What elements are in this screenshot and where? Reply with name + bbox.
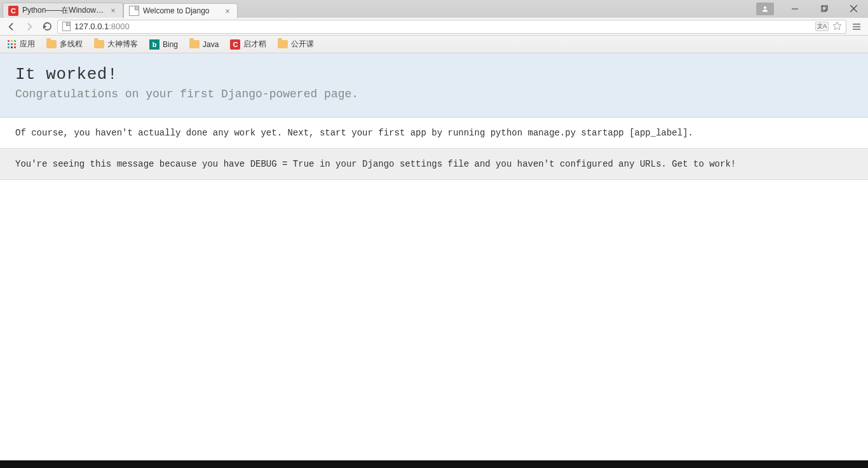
- folder-icon: [278, 40, 288, 48]
- page-info-icon[interactable]: [62, 22, 71, 31]
- bookmark-label: Java: [203, 40, 219, 49]
- taskbar: [0, 460, 868, 468]
- chrome-menu-button[interactable]: [849, 19, 864, 34]
- close-icon[interactable]: ×: [223, 6, 232, 15]
- browser-toolbar: 127.0.0.1:8000 文A: [0, 18, 868, 36]
- tab-title: Python——在Windows下: [22, 5, 105, 16]
- back-button[interactable]: [4, 19, 19, 34]
- c-logo-icon: C: [230, 39, 240, 50]
- folder-icon: [46, 40, 57, 48]
- svg-rect-3: [822, 5, 827, 10]
- svg-marker-6: [833, 22, 841, 30]
- user-account-icon[interactable]: [756, 3, 774, 15]
- forward-button[interactable]: [22, 19, 37, 34]
- url-text: 127.0.0.1:8000: [74, 22, 811, 31]
- bookmark-label: 启才稻: [243, 39, 266, 50]
- bookmark-item-4[interactable]: C 启才稻: [227, 38, 269, 51]
- browser-tab-0[interactable]: C Python——在Windows下 ×: [3, 3, 123, 18]
- browser-tab-1[interactable]: Welcome to Django ×: [123, 3, 238, 18]
- bookmark-item-1[interactable]: 大神博客: [92, 38, 140, 51]
- tab-favicon-c-icon: C: [8, 6, 18, 16]
- bookmark-item-3[interactable]: Java: [187, 39, 221, 50]
- apps-label: 应用: [20, 39, 35, 50]
- apps-grid-icon: [8, 40, 17, 49]
- bookmark-label: 公开课: [291, 39, 314, 50]
- url-host: 127.0.0.1: [74, 22, 109, 31]
- translate-icon[interactable]: 文A: [815, 22, 829, 31]
- address-bar[interactable]: 127.0.0.1:8000 文A: [57, 20, 846, 34]
- apps-shortcut[interactable]: 应用: [5, 38, 37, 51]
- page-subheading: Congratulations on your first Django-pow…: [15, 88, 853, 100]
- bookmark-item-5[interactable]: 公开课: [275, 38, 316, 51]
- folder-icon: [94, 40, 104, 48]
- summary-section: It worked! Congratulations on your first…: [0, 53, 868, 118]
- bookmark-label: Bing: [163, 40, 178, 49]
- browser-tab-strip: C Python——在Windows下 × Welcome to Django …: [0, 0, 868, 18]
- url-port: :8000: [109, 22, 130, 31]
- bookmark-label: 多线程: [60, 39, 83, 50]
- close-icon[interactable]: ×: [109, 6, 118, 15]
- explanation-section: You're seeing this message because you h…: [0, 149, 868, 180]
- instructions-section: Of course, you haven't actually done any…: [0, 118, 868, 149]
- bookmark-label: 大神博客: [107, 39, 138, 50]
- bookmark-star-icon[interactable]: [832, 21, 842, 32]
- page-content: It worked! Congratulations on your first…: [0, 53, 868, 180]
- bookmark-item-2[interactable]: b Bing: [147, 38, 180, 51]
- svg-point-0: [764, 6, 766, 9]
- maximize-button[interactable]: [810, 0, 839, 17]
- bing-icon: b: [149, 39, 159, 50]
- window-controls: [756, 0, 868, 17]
- folder-icon: [189, 40, 200, 48]
- close-window-button[interactable]: [839, 0, 868, 17]
- bookmark-item-0[interactable]: 多线程: [44, 38, 85, 51]
- tab-title: Welcome to Django: [143, 6, 219, 15]
- bookmarks-bar: 应用 多线程 大神博客 b Bing Java C 启才稻 公开课: [0, 36, 868, 53]
- instructions-text: Of course, you haven't actually done any…: [15, 128, 853, 138]
- reload-button[interactable]: [39, 19, 55, 34]
- page-heading: It worked!: [15, 65, 853, 84]
- explanation-text: You're seeing this message because you h…: [15, 159, 853, 169]
- tab-favicon-page-icon: [129, 6, 139, 16]
- svg-rect-2: [821, 6, 826, 11]
- minimize-button[interactable]: [780, 0, 810, 17]
